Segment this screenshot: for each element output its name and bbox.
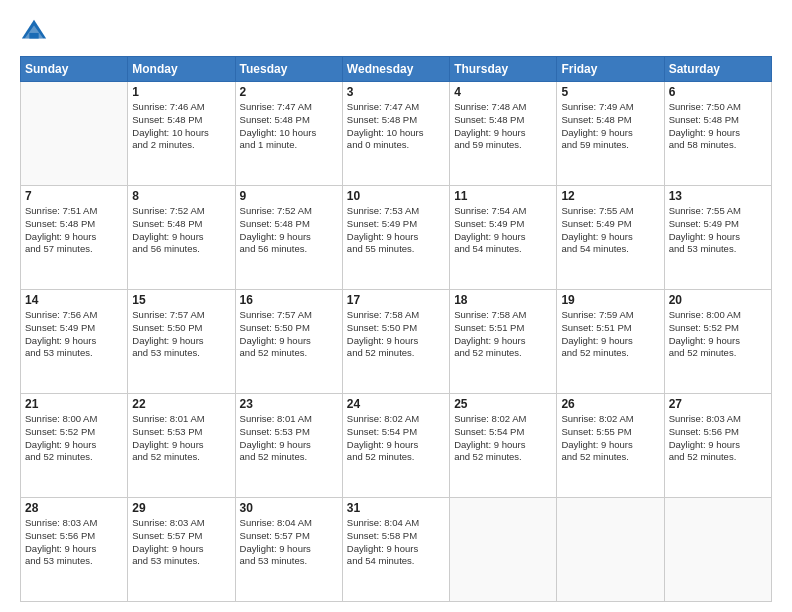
day-number-27: 27 [669, 397, 767, 411]
weekday-header-saturday: Saturday [664, 57, 771, 82]
day-info-1: Sunrise: 7:46 AM Sunset: 5:48 PM Dayligh… [132, 101, 230, 152]
day-number-3: 3 [347, 85, 445, 99]
day-info-30: Sunrise: 8:04 AM Sunset: 5:57 PM Dayligh… [240, 517, 338, 568]
day-number-20: 20 [669, 293, 767, 307]
day-number-6: 6 [669, 85, 767, 99]
day-info-10: Sunrise: 7:53 AM Sunset: 5:49 PM Dayligh… [347, 205, 445, 256]
day-info-18: Sunrise: 7:58 AM Sunset: 5:51 PM Dayligh… [454, 309, 552, 360]
day-info-19: Sunrise: 7:59 AM Sunset: 5:51 PM Dayligh… [561, 309, 659, 360]
day-cell-29: 29Sunrise: 8:03 AM Sunset: 5:57 PM Dayli… [128, 498, 235, 602]
day-number-23: 23 [240, 397, 338, 411]
day-info-2: Sunrise: 7:47 AM Sunset: 5:48 PM Dayligh… [240, 101, 338, 152]
day-info-25: Sunrise: 8:02 AM Sunset: 5:54 PM Dayligh… [454, 413, 552, 464]
day-cell-19: 19Sunrise: 7:59 AM Sunset: 5:51 PM Dayli… [557, 290, 664, 394]
day-cell-7: 7Sunrise: 7:51 AM Sunset: 5:48 PM Daylig… [21, 186, 128, 290]
day-cell-13: 13Sunrise: 7:55 AM Sunset: 5:49 PM Dayli… [664, 186, 771, 290]
week-row-2: 7Sunrise: 7:51 AM Sunset: 5:48 PM Daylig… [21, 186, 772, 290]
day-info-13: Sunrise: 7:55 AM Sunset: 5:49 PM Dayligh… [669, 205, 767, 256]
day-cell-23: 23Sunrise: 8:01 AM Sunset: 5:53 PM Dayli… [235, 394, 342, 498]
day-number-4: 4 [454, 85, 552, 99]
day-cell-16: 16Sunrise: 7:57 AM Sunset: 5:50 PM Dayli… [235, 290, 342, 394]
day-number-24: 24 [347, 397, 445, 411]
weekday-header-sunday: Sunday [21, 57, 128, 82]
day-cell-6: 6Sunrise: 7:50 AM Sunset: 5:48 PM Daylig… [664, 82, 771, 186]
day-number-16: 16 [240, 293, 338, 307]
week-row-5: 28Sunrise: 8:03 AM Sunset: 5:56 PM Dayli… [21, 498, 772, 602]
day-cell-27: 27Sunrise: 8:03 AM Sunset: 5:56 PM Dayli… [664, 394, 771, 498]
day-info-3: Sunrise: 7:47 AM Sunset: 5:48 PM Dayligh… [347, 101, 445, 152]
day-info-9: Sunrise: 7:52 AM Sunset: 5:48 PM Dayligh… [240, 205, 338, 256]
day-cell-26: 26Sunrise: 8:02 AM Sunset: 5:55 PM Dayli… [557, 394, 664, 498]
empty-cell [450, 498, 557, 602]
day-number-28: 28 [25, 501, 123, 515]
day-cell-3: 3Sunrise: 7:47 AM Sunset: 5:48 PM Daylig… [342, 82, 449, 186]
day-number-2: 2 [240, 85, 338, 99]
day-info-7: Sunrise: 7:51 AM Sunset: 5:48 PM Dayligh… [25, 205, 123, 256]
day-cell-1: 1Sunrise: 7:46 AM Sunset: 5:48 PM Daylig… [128, 82, 235, 186]
calendar-table: SundayMondayTuesdayWednesdayThursdayFrid… [20, 56, 772, 602]
day-info-14: Sunrise: 7:56 AM Sunset: 5:49 PM Dayligh… [25, 309, 123, 360]
day-cell-28: 28Sunrise: 8:03 AM Sunset: 5:56 PM Dayli… [21, 498, 128, 602]
weekday-header-thursday: Thursday [450, 57, 557, 82]
day-number-7: 7 [25, 189, 123, 203]
day-cell-25: 25Sunrise: 8:02 AM Sunset: 5:54 PM Dayli… [450, 394, 557, 498]
day-cell-9: 9Sunrise: 7:52 AM Sunset: 5:48 PM Daylig… [235, 186, 342, 290]
logo [20, 18, 52, 46]
day-cell-20: 20Sunrise: 8:00 AM Sunset: 5:52 PM Dayli… [664, 290, 771, 394]
logo-icon [20, 18, 48, 46]
day-number-30: 30 [240, 501, 338, 515]
day-cell-15: 15Sunrise: 7:57 AM Sunset: 5:50 PM Dayli… [128, 290, 235, 394]
day-cell-24: 24Sunrise: 8:02 AM Sunset: 5:54 PM Dayli… [342, 394, 449, 498]
day-info-6: Sunrise: 7:50 AM Sunset: 5:48 PM Dayligh… [669, 101, 767, 152]
day-number-22: 22 [132, 397, 230, 411]
empty-cell [557, 498, 664, 602]
day-cell-31: 31Sunrise: 8:04 AM Sunset: 5:58 PM Dayli… [342, 498, 449, 602]
day-number-10: 10 [347, 189, 445, 203]
day-info-27: Sunrise: 8:03 AM Sunset: 5:56 PM Dayligh… [669, 413, 767, 464]
day-number-21: 21 [25, 397, 123, 411]
day-number-29: 29 [132, 501, 230, 515]
week-row-4: 21Sunrise: 8:00 AM Sunset: 5:52 PM Dayli… [21, 394, 772, 498]
day-number-25: 25 [454, 397, 552, 411]
weekday-header-wednesday: Wednesday [342, 57, 449, 82]
day-cell-22: 22Sunrise: 8:01 AM Sunset: 5:53 PM Dayli… [128, 394, 235, 498]
page: SundayMondayTuesdayWednesdayThursdayFrid… [0, 0, 792, 612]
day-info-29: Sunrise: 8:03 AM Sunset: 5:57 PM Dayligh… [132, 517, 230, 568]
day-cell-5: 5Sunrise: 7:49 AM Sunset: 5:48 PM Daylig… [557, 82, 664, 186]
day-info-4: Sunrise: 7:48 AM Sunset: 5:48 PM Dayligh… [454, 101, 552, 152]
day-info-5: Sunrise: 7:49 AM Sunset: 5:48 PM Dayligh… [561, 101, 659, 152]
day-number-31: 31 [347, 501, 445, 515]
day-cell-2: 2Sunrise: 7:47 AM Sunset: 5:48 PM Daylig… [235, 82, 342, 186]
day-number-9: 9 [240, 189, 338, 203]
day-number-8: 8 [132, 189, 230, 203]
day-cell-21: 21Sunrise: 8:00 AM Sunset: 5:52 PM Dayli… [21, 394, 128, 498]
day-info-28: Sunrise: 8:03 AM Sunset: 5:56 PM Dayligh… [25, 517, 123, 568]
day-info-11: Sunrise: 7:54 AM Sunset: 5:49 PM Dayligh… [454, 205, 552, 256]
day-number-1: 1 [132, 85, 230, 99]
weekday-header-tuesday: Tuesday [235, 57, 342, 82]
day-cell-18: 18Sunrise: 7:58 AM Sunset: 5:51 PM Dayli… [450, 290, 557, 394]
empty-cell [21, 82, 128, 186]
day-cell-10: 10Sunrise: 7:53 AM Sunset: 5:49 PM Dayli… [342, 186, 449, 290]
day-info-17: Sunrise: 7:58 AM Sunset: 5:50 PM Dayligh… [347, 309, 445, 360]
week-row-1: 1Sunrise: 7:46 AM Sunset: 5:48 PM Daylig… [21, 82, 772, 186]
day-cell-17: 17Sunrise: 7:58 AM Sunset: 5:50 PM Dayli… [342, 290, 449, 394]
day-number-11: 11 [454, 189, 552, 203]
day-cell-14: 14Sunrise: 7:56 AM Sunset: 5:49 PM Dayli… [21, 290, 128, 394]
day-info-24: Sunrise: 8:02 AM Sunset: 5:54 PM Dayligh… [347, 413, 445, 464]
weekday-header-monday: Monday [128, 57, 235, 82]
day-cell-11: 11Sunrise: 7:54 AM Sunset: 5:49 PM Dayli… [450, 186, 557, 290]
day-info-26: Sunrise: 8:02 AM Sunset: 5:55 PM Dayligh… [561, 413, 659, 464]
day-number-19: 19 [561, 293, 659, 307]
svg-rect-2 [29, 33, 38, 39]
day-info-8: Sunrise: 7:52 AM Sunset: 5:48 PM Dayligh… [132, 205, 230, 256]
day-number-5: 5 [561, 85, 659, 99]
day-number-13: 13 [669, 189, 767, 203]
day-number-12: 12 [561, 189, 659, 203]
day-number-18: 18 [454, 293, 552, 307]
day-info-31: Sunrise: 8:04 AM Sunset: 5:58 PM Dayligh… [347, 517, 445, 568]
day-number-15: 15 [132, 293, 230, 307]
header [20, 18, 772, 46]
week-row-3: 14Sunrise: 7:56 AM Sunset: 5:49 PM Dayli… [21, 290, 772, 394]
day-info-16: Sunrise: 7:57 AM Sunset: 5:50 PM Dayligh… [240, 309, 338, 360]
